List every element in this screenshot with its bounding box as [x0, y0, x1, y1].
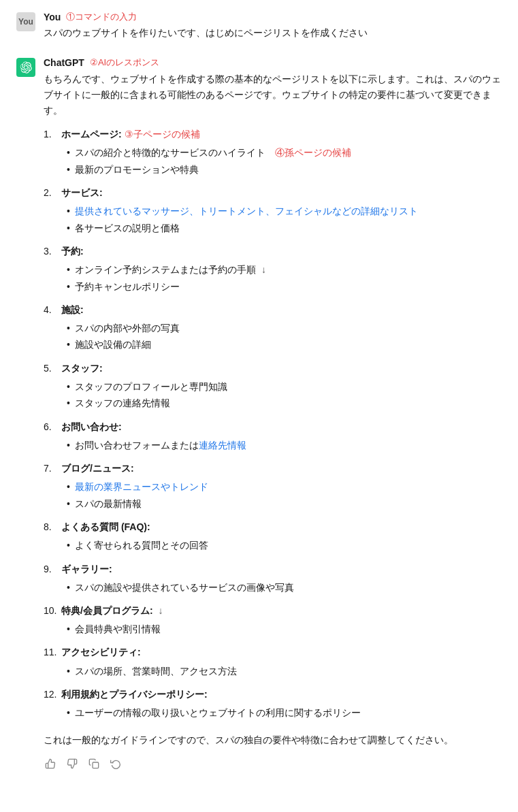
thumbs-up-icon — [45, 758, 56, 769]
copy-icon — [88, 758, 99, 769]
list-item: 2. サービス: 提供されているマッサージ、トリートメント、フェイシャルなどの詳… — [44, 185, 502, 237]
sub-list-link: 最新の業界ニュースやトレンド — [75, 481, 208, 492]
page-list: 1. ホームページ: ③子ページの候補 スパの紹介と特徴的なサービスのハイライト… — [44, 127, 502, 721]
sub-list-link: 提供されているマッサージ、トリートメント、フェイシャルなどの詳細なリスト — [75, 206, 418, 216]
list-item: 10. 特典/会員プログラム: ↓ 会員特典や割引情報 — [44, 603, 502, 638]
list-content: サービス: 提供されているマッサージ、トリートメント、フェイシャルなどの詳細なリ… — [61, 185, 502, 237]
list-title: 予約: — [61, 246, 84, 257]
sub-list-item: 会員特典や割引情報 — [64, 621, 502, 636]
list-number: 7. — [44, 461, 59, 476]
sub-list-text: 各サービスの説明と価格 — [75, 223, 180, 233]
list-content: お問い合わせ: お問い合わせフォームまたは連絡先情報 — [61, 419, 502, 454]
list-content: 特典/会員プログラム: ↓ 会員特典や割引情報 — [61, 603, 502, 638]
list-content: ギャラリー: スパの施設や提供されているサービスの画像や写真 — [61, 562, 502, 596]
list-title: 特典/会員プログラム: — [61, 605, 153, 616]
list-item: 3. 予約: オンライン予約システムまたは予約の手順 ↓ 予約キャンセルポリシー — [44, 244, 502, 295]
sub-list-link: 連絡先情報 — [199, 440, 246, 451]
thumbs-down-button[interactable] — [65, 757, 79, 770]
sub-list-item: 各サービスの説明と価格 — [64, 221, 502, 236]
list-number: 9. — [44, 562, 59, 577]
list-item: 4. 施設: スパの内部や外部の写真 施設や設備の詳細 — [44, 302, 502, 354]
user-avatar-initials: You — [18, 17, 33, 27]
sub-list: 会員特典や割引情報 — [61, 621, 502, 636]
list-content: ブログ/ニュース: 最新の業界ニュースやトレンド スパの最新情報 — [61, 461, 502, 513]
list-content: スタッフ: スタッフのプロフィールと専門知識 スタッフの連絡先情報 — [61, 361, 502, 412]
list-item: 1. ホームページ: ③子ページの候補 スパの紹介と特徴的なサービスのハイライト… — [44, 127, 502, 178]
thumbs-down-icon — [67, 758, 78, 769]
sub-list-text: 会員特典や割引情報 — [75, 623, 161, 634]
regenerate-button[interactable] — [109, 757, 123, 770]
list-item: 5. スタッフ: スタッフのプロフィールと専門知識 スタッフの連絡先情報 — [44, 361, 502, 412]
user-message-content: You ①コマンドの入力 スパのウェブサイトを作りたいです、はじめにページリスト… — [44, 11, 502, 40]
sub-list-item: 最新の業界ニュースやトレンド — [64, 479, 502, 494]
sub-list-text: 最新のプロモーションや特典 — [75, 164, 199, 175]
list-title: ギャラリー: — [61, 564, 112, 574]
sub-list-text: スパの場所、営業時間、アクセス方法 — [75, 666, 237, 677]
sub-list-item: スパの施設や提供されているサービスの画像や写真 — [64, 580, 502, 595]
sub-list-text: スパの紹介と特徴的なサービスのハイライト — [75, 147, 275, 158]
sub-list: ユーザーの情報の取り扱いとウェブサイトの利用に関するポリシー — [61, 705, 502, 720]
list-title: スタッフ: — [61, 363, 103, 374]
list-content: アクセシビリティ: スパの場所、営業時間、アクセス方法 — [61, 645, 502, 679]
list-item: 7. ブログ/ニュース: 最新の業界ニュースやトレンド スパの最新情報 — [44, 461, 502, 513]
list-item: 12. 利用規約とプライバシーポリシー: ユーザーの情報の取り扱いとウェブサイト… — [44, 687, 502, 721]
sub-list: お問い合わせフォームまたは連絡先情報 — [61, 438, 502, 453]
user-avatar: You — [16, 12, 35, 31]
thumbs-up-button[interactable] — [44, 757, 57, 770]
list-item: 8. よくある質問 (FAQ): よく寄せられる質問とその回答 — [44, 519, 502, 554]
list-title: よくある質問 (FAQ): — [61, 521, 150, 532]
list-item: 11. アクセシビリティ: スパの場所、営業時間、アクセス方法 — [44, 645, 502, 679]
sub-list-item: よく寄せられる質問とその回答 — [64, 538, 502, 553]
sub-list-item: スタッフの連絡先情報 — [64, 395, 502, 410]
sub-list-text: お問い合わせフォームまたは — [75, 440, 199, 451]
sub-list-item: 提供されているマッサージ、トリートメント、フェイシャルなどの詳細なリスト — [64, 204, 502, 218]
list-item: 9. ギャラリー: スパの施設や提供されているサービスの画像や写真 — [44, 562, 502, 596]
sub-list-item: お問い合わせフォームまたは連絡先情報 — [64, 438, 502, 453]
sub-list-item: 予約キャンセルポリシー — [64, 279, 502, 294]
sub-list: スパの場所、営業時間、アクセス方法 — [61, 664, 502, 679]
list-content: 予約: オンライン予約システムまたは予約の手順 ↓ 予約キャンセルポリシー — [61, 244, 502, 295]
sub-list-text: スパの最新情報 — [75, 498, 142, 509]
list-subtitle-red: ③子ページの候補 — [125, 129, 200, 140]
sub-list-item: スパの内部や外部の写真 — [64, 321, 502, 336]
chatgpt-avatar — [16, 58, 35, 77]
list-number: 12. — [44, 687, 59, 702]
sub-list: 最新の業界ニュースやトレンド スパの最新情報 — [61, 479, 502, 511]
list-content: ホームページ: ③子ページの候補 スパの紹介と特徴的なサービスのハイライト ④孫… — [61, 127, 502, 178]
sub-list-item: スパの場所、営業時間、アクセス方法 — [64, 664, 502, 679]
sub-list: よく寄せられる質問とその回答 — [61, 538, 502, 553]
list-number: 3. — [44, 244, 59, 259]
sub-list-item: スパの紹介と特徴的なサービスのハイライト ④孫ページの候補 — [64, 145, 502, 160]
copy-button[interactable] — [87, 757, 101, 770]
sub-list-text: スパの内部や外部の写真 — [75, 323, 180, 334]
svg-rect-0 — [93, 762, 99, 768]
list-title: アクセシビリティ: — [61, 647, 141, 657]
arrow-down-icon: ↓ — [158, 603, 163, 619]
sub-list-text: 施設や設備の詳細 — [75, 339, 151, 350]
list-title: 利用規約とプライバシーポリシー: — [61, 689, 208, 700]
regenerate-icon — [110, 758, 121, 769]
chatgpt-message-content: ChatGPT ②AIのレスポンス もちろんです、ウェブサイトを作成する際の基本… — [44, 56, 502, 770]
sub-list: スパの施設や提供されているサービスの画像や写真 — [61, 580, 502, 595]
user-name: You — [44, 12, 61, 22]
list-number: 10. — [44, 603, 59, 619]
arrow-down-icon: ↓ — [261, 262, 266, 277]
sub-list-item: 最新のプロモーションや特典 — [64, 162, 502, 177]
list-content: 施設: スパの内部や外部の写真 施設や設備の詳細 — [61, 302, 502, 354]
list-title: ブログ/ニュース: — [61, 463, 134, 474]
list-number: 5. — [44, 361, 59, 376]
message-actions — [44, 757, 502, 770]
sub-list-item: スタッフのプロフィールと専門知識 — [64, 379, 502, 394]
list-number: 1. — [44, 127, 59, 142]
chatgpt-logo-icon — [20, 61, 32, 74]
list-number: 6. — [44, 419, 59, 435]
chatgpt-message-body: もちろんです、ウェブサイトを作成する際の基本的なページリストを以下に示します。こ… — [44, 71, 502, 770]
user-label-tag: ①コマンドの入力 — [66, 11, 137, 23]
sub-list-text: ユーザーの情報の取り扱いとウェブサイトの利用に関するポリシー — [75, 707, 361, 718]
list-title: 施設: — [61, 304, 84, 315]
sub-list-item: ユーザーの情報の取り扱いとウェブサイトの利用に関するポリシー — [64, 705, 502, 720]
sub-list-item: オンライン予約システムまたは予約の手順 ↓ — [64, 262, 502, 277]
list-number: 4. — [44, 302, 59, 318]
list-number: 11. — [44, 645, 59, 660]
sub-list: オンライン予約システムまたは予約の手順 ↓ 予約キャンセルポリシー — [61, 262, 502, 294]
